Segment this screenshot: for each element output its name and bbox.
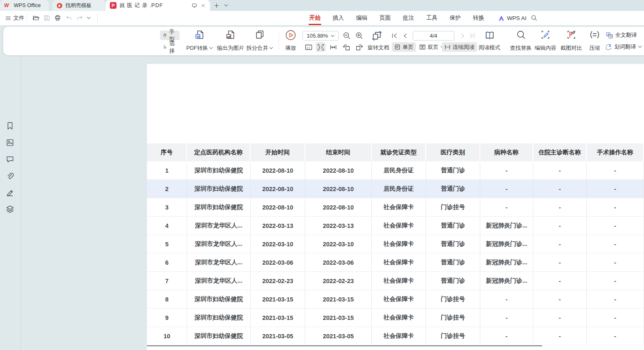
- single-page-label: 单页: [403, 43, 413, 51]
- tab-document[interactable]: P 就 医 记 录 .PDF: [106, 0, 210, 11]
- single-page-button[interactable]: 单页: [392, 42, 416, 52]
- edit-content-button[interactable]: 编辑内容: [532, 30, 559, 52]
- play-button[interactable]: 播放: [280, 30, 302, 52]
- first-page-button[interactable]: [391, 32, 398, 39]
- actual-size-icon: 1:1: [304, 43, 313, 51]
- rotate-right-icon: [355, 43, 363, 51]
- bookmarks-panel-button[interactable]: [5, 121, 15, 130]
- tab-list-button[interactable]: [222, 1, 230, 10]
- tab-convert[interactable]: 转换: [467, 11, 490, 25]
- tab-page[interactable]: 页面: [373, 11, 397, 25]
- read-mode-label[interactable]: 阅读模式: [479, 44, 500, 51]
- table-cell: 2022-03-13: [305, 217, 372, 235]
- table-cell: 2021-03-15: [305, 290, 372, 308]
- table-cell: -: [533, 180, 587, 198]
- split-merge-label: 拆分合并: [246, 44, 268, 52]
- undo-button[interactable]: [65, 11, 73, 25]
- table-cell: 普通门诊: [426, 253, 480, 271]
- table-cell: -: [533, 290, 587, 308]
- fit-width-button[interactable]: [328, 42, 338, 52]
- zoom-out-button[interactable]: [342, 31, 351, 40]
- left-panel-sidebar: [0, 55, 21, 350]
- new-tab-button[interactable]: [212, 1, 221, 10]
- tab-home[interactable]: 开始: [303, 11, 327, 25]
- tab-docer-templates[interactable]: 找稻壳模板: [52, 0, 105, 11]
- export-image-label: 输出为图片: [217, 44, 244, 52]
- rotate-pages-button[interactable]: [372, 31, 382, 41]
- signature-panel-button[interactable]: [5, 188, 15, 197]
- table-cell: 2022-03-10: [251, 235, 305, 253]
- actual-size-button[interactable]: 1:1: [304, 42, 314, 52]
- read-mode-button[interactable]: [484, 30, 495, 41]
- table-header-cell: 医疗类别: [426, 143, 480, 161]
- tab-tools[interactable]: 工具: [420, 11, 444, 25]
- continuous-read-button[interactable]: 连续阅读: [442, 42, 477, 52]
- tab-insert[interactable]: 插入: [327, 11, 350, 25]
- redo-button[interactable]: [76, 11, 84, 25]
- chevron-down-icon: [638, 46, 642, 48]
- file-menu[interactable]: 文件: [5, 11, 24, 25]
- close-icon[interactable]: [200, 3, 206, 8]
- compress-icon: [590, 30, 600, 40]
- layers-panel-button[interactable]: [5, 204, 15, 214]
- layers-icon: [5, 204, 15, 214]
- table-row: 9深圳市妇幼保健院2021-03-152021-03-15社会保障卡门诊挂号--…: [147, 309, 644, 327]
- select-tool-button[interactable]: 选择: [160, 42, 180, 52]
- rotate-doc-label[interactable]: 旋转文档: [368, 44, 389, 51]
- first-page-icon: [391, 32, 398, 39]
- edit-content-label: 编辑内容: [535, 44, 556, 52]
- page-number-input[interactable]: 4/4: [413, 31, 454, 41]
- pdf-convert-label: PDF转换: [186, 44, 208, 52]
- rotate-right-button[interactable]: [354, 42, 364, 52]
- full-translate-icon: A 字: [606, 32, 613, 39]
- table-cell: 2022-03-10: [305, 235, 372, 253]
- split-merge-button[interactable]: 拆分合并: [242, 30, 277, 52]
- comments-panel-button[interactable]: [5, 155, 15, 164]
- tab-wps-office[interactable]: W WPS Office: [0, 0, 49, 11]
- print-button[interactable]: [54, 11, 61, 25]
- table-cell: 深圳市妇幼保健院: [187, 180, 251, 198]
- double-page-icon: [419, 44, 426, 50]
- compress-button[interactable]: 压缩: [585, 30, 604, 52]
- page-indicator-value: 4/4: [430, 33, 437, 39]
- double-page-label: 双页: [428, 43, 439, 51]
- zoom-in-button[interactable]: [355, 31, 363, 40]
- prev-page-button[interactable]: [402, 32, 409, 39]
- search-button[interactable]: [530, 14, 538, 21]
- table-cell: 普通门诊: [426, 161, 480, 179]
- table-cell: 6: [147, 253, 187, 271]
- open-file-button[interactable]: [32, 11, 40, 25]
- select-tool-label: 选择: [169, 40, 177, 55]
- full-translate-button[interactable]: A 字 全文翻译: [606, 31, 637, 39]
- table-cell: -: [480, 290, 533, 308]
- screenshot-compare-button[interactable]: 截图对比: [558, 30, 585, 52]
- save-button[interactable]: [43, 11, 51, 25]
- word-translate-button[interactable]: x A 划词翻译: [605, 43, 642, 51]
- monitor-icon[interactable]: [191, 3, 198, 9]
- next-page-button[interactable]: [459, 32, 466, 39]
- tab-bar: W WPS Office 找稻壳模板 P 就 医 记 录 .PDF: [0, 0, 644, 11]
- thumbnails-panel-button[interactable]: [5, 138, 15, 147]
- pdf-page[interactable]: 序号定点医药机构名称开始时间结束时间就诊凭证类型医疗类别病种名称住院主诊断名称手…: [147, 64, 644, 350]
- wps-ai-button[interactable]: WPS AI: [498, 11, 527, 25]
- table-row: 1深圳市妇幼保健院2022-08-102022-08-10居民身份证普通门诊--…: [147, 161, 644, 180]
- zoom-level-select[interactable]: 105.88%: [302, 31, 339, 41]
- last-page-button[interactable]: [469, 32, 476, 39]
- table-cell: 4: [147, 217, 187, 235]
- tab-protect[interactable]: 保护: [444, 11, 467, 25]
- tab-edit[interactable]: 编辑: [350, 11, 373, 25]
- fit-width-icon: [329, 43, 337, 51]
- attachments-panel-button[interactable]: [5, 171, 15, 181]
- table-row: 8深圳市妇幼保健院2021-03-152021-03-15社会保障卡门诊挂号--…: [147, 290, 644, 309]
- find-replace-button[interactable]: 查找替换: [507, 30, 535, 52]
- more-actions-button[interactable]: [87, 11, 91, 25]
- table-cell: -: [533, 309, 587, 327]
- hand-tool-button[interactable]: 手型: [160, 31, 180, 40]
- rotate-left-button[interactable]: [342, 42, 352, 52]
- table-header-cell: 定点医药机构名称: [187, 143, 251, 161]
- tab-comment[interactable]: 批注: [397, 11, 420, 25]
- edit-content-icon: [540, 30, 550, 40]
- print-icon: [54, 14, 61, 22]
- table-cell: 深圳市妇幼保健院: [187, 198, 251, 216]
- fit-page-button[interactable]: [316, 42, 326, 52]
